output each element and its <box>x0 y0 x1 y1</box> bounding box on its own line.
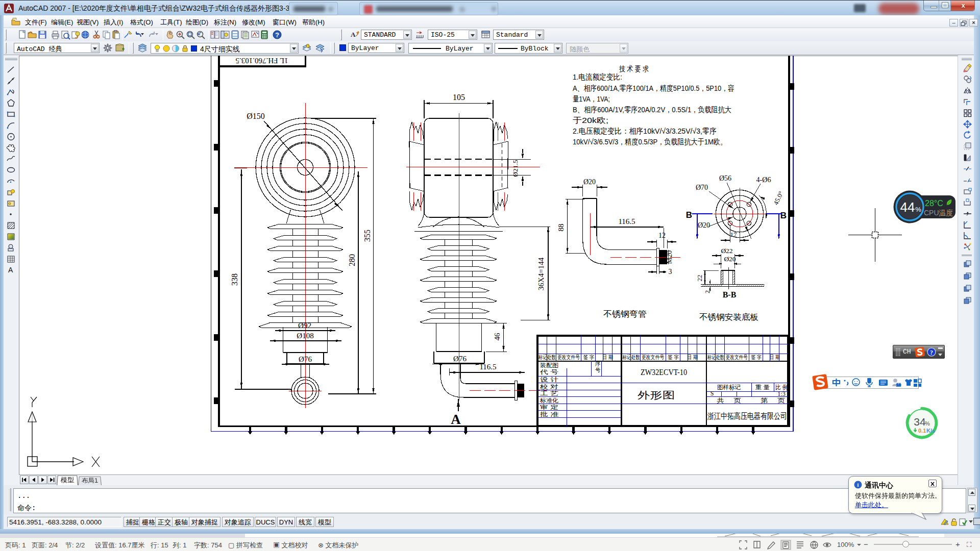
svg-text:不锈钢安装底板: 不锈钢安装底板 <box>699 313 758 321</box>
svg-text:105: 105 <box>453 93 465 102</box>
svg-text:更改文件号: 更改文件号 <box>557 354 580 360</box>
svg-text:Ø21.5: Ø21.5 <box>511 160 519 177</box>
svg-text:签 字: 签 字 <box>583 354 594 360</box>
svg-text:技 术 要 求: 技 术 要 求 <box>619 64 649 73</box>
svg-text:280: 280 <box>348 254 356 266</box>
svg-text:共 页: 共 页 <box>717 397 741 404</box>
svg-text:88: 88 <box>557 224 565 232</box>
svg-text:22: 22 <box>696 275 703 282</box>
svg-text:B: B <box>780 211 787 220</box>
svg-text:A: A <box>351 31 356 38</box>
svg-text:i: i <box>857 482 859 488</box>
svg-text:浙江中拓高压电器有限公司: 浙江中拓高压电器有限公司 <box>707 412 787 420</box>
svg-text:12: 12 <box>658 232 666 239</box>
svg-text:Ø76: Ø76 <box>453 355 467 363</box>
svg-text:A: A <box>8 266 13 274</box>
svg-text:Ø70: Ø70 <box>696 184 708 191</box>
svg-text:Ø76: Ø76 <box>299 355 312 363</box>
svg-text:图样标记: 图样标记 <box>717 384 741 391</box>
svg-text:Ø20: Ø20 <box>583 178 596 186</box>
svg-text:1L FH.760.103.5: 1L FH.760.103.5 <box>236 57 288 65</box>
svg-text:重 量: 重 量 <box>755 384 770 391</box>
svg-text:Ø108: Ø108 <box>297 332 313 340</box>
svg-text:日 期: 日 期 <box>687 354 698 360</box>
svg-text:?: ? <box>275 31 279 39</box>
svg-text:签 字: 签 字 <box>668 354 679 360</box>
svg-text:日 期: 日 期 <box>602 354 613 360</box>
svg-text:2.电压额定变比：相序10kV/√3/3.25V/√3,零序: 2.电压额定变比：相序10kV/√3/3.25V/√3,零序 <box>573 127 717 135</box>
svg-text:Ø92: Ø92 <box>298 321 311 330</box>
svg-text:于20k欧;: 于20k欧; <box>573 116 608 124</box>
svg-text:B、相序600A/1V,零序20A/0.2V，0.5S/1，: B、相序600A/1V,零序20A/0.2V，0.5S/1，负载阻抗大 <box>573 105 731 114</box>
svg-text:Ø56: Ø56 <box>719 174 731 182</box>
svg-text:116.5: 116.5 <box>618 217 635 226</box>
svg-text:审 定: 审 定 <box>540 404 558 410</box>
svg-text:0.1: 0.1 <box>918 428 926 434</box>
svg-text:338: 338 <box>230 273 239 286</box>
svg-text:1:3: 1:3 <box>777 390 785 397</box>
svg-text:Ø20: Ø20 <box>698 221 710 229</box>
svg-text:B: B <box>686 210 692 220</box>
svg-text:S: S <box>710 390 714 397</box>
svg-text:签 字: 签 字 <box>751 354 762 360</box>
svg-text:Ø150: Ø150 <box>247 112 265 120</box>
svg-text:标记处数: 标记处数 <box>622 354 640 360</box>
svg-text:B-B: B-B <box>723 290 737 299</box>
svg-text:Ø20: Ø20 <box>724 255 736 263</box>
svg-text:量1VA，1VA;: 量1VA，1VA; <box>573 94 610 103</box>
svg-text:?: ? <box>930 349 933 356</box>
svg-text:M20: M20 <box>666 251 673 264</box>
svg-text:%: % <box>915 206 921 213</box>
svg-text:%: % <box>925 420 930 427</box>
svg-text:日 期: 日 期 <box>769 354 780 360</box>
svg-text:外形图: 外形图 <box>638 390 675 400</box>
svg-text:Ø22: Ø22 <box>721 247 732 255</box>
svg-text:序: 序 <box>595 361 601 367</box>
svg-text:A: A <box>451 412 461 427</box>
svg-text:比 例: 比 例 <box>775 384 788 391</box>
svg-text:A、相序600/1A,零序100/1A，精度5P10/0.5: A、相序600/1A,零序100/1A，精度5P10/0.5，5P10，容 <box>573 84 734 92</box>
svg-text:16: 16 <box>896 383 901 387</box>
svg-text:工 艺: 工 艺 <box>540 390 559 396</box>
svg-text:355: 355 <box>363 230 372 242</box>
svg-text:44: 44 <box>900 199 915 215</box>
svg-text:更改文件号: 更改文件号 <box>642 354 665 360</box>
svg-text:17: 17 <box>730 231 738 238</box>
svg-text:更改文件号: 更改文件号 <box>726 354 748 360</box>
svg-text:不锈钢弯管: 不锈钢弯管 <box>603 310 647 318</box>
svg-text:46: 46 <box>493 333 501 341</box>
svg-text:第 页: 第 页 <box>761 397 785 404</box>
svg-text:ZW32ECVT-10: ZW32ECVT-10 <box>641 368 687 377</box>
svg-text:标记处数: 标记处数 <box>538 354 555 360</box>
svg-text:3: 3 <box>669 268 672 276</box>
svg-text:标准化: 标准化 <box>540 397 559 404</box>
svg-text:号: 号 <box>595 367 601 373</box>
svg-text:装配图: 装配图 <box>540 362 558 368</box>
svg-text:批 准: 批 准 <box>540 411 559 417</box>
svg-text:10kV/√3/6.5V/3，精度0.5/3P，负载阻抗大于: 10kV/√3/6.5V/3，精度0.5/3P，负载阻抗大于1M欧。 <box>573 137 727 146</box>
svg-text:116.5: 116.5 <box>479 363 496 371</box>
svg-text:K/s: K/s <box>926 428 935 434</box>
svg-text:标记处数: 标记处数 <box>707 354 724 360</box>
svg-text:2: 2 <box>704 290 711 293</box>
svg-text:45.0°: 45.0° <box>772 190 785 206</box>
svg-text:校 对: 校 对 <box>540 384 558 390</box>
svg-text:36X4=144: 36X4=144 <box>537 257 545 290</box>
svg-text:代 号: 代 号 <box>540 369 559 375</box>
svg-text:34: 34 <box>914 416 926 428</box>
svg-text:4-Ø6: 4-Ø6 <box>756 176 771 184</box>
svg-text:设 计: 设 计 <box>540 377 559 383</box>
svg-text:1.电流额定变比:: 1.电流额定变比: <box>573 72 622 81</box>
